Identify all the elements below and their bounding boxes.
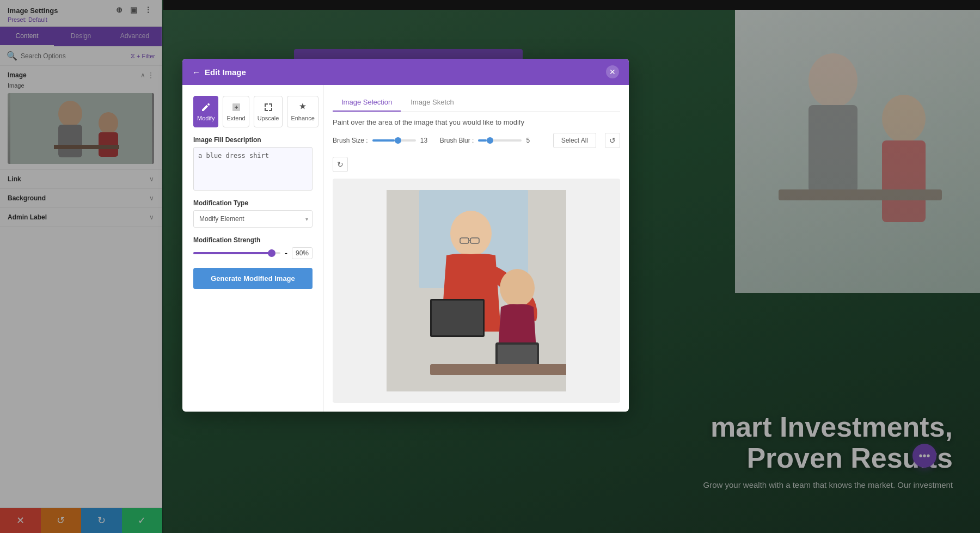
- canvas-undo-button[interactable]: ↺: [605, 133, 620, 148]
- modification-strength-group: Modification Strength - 90%: [193, 236, 313, 259]
- svg-rect-22: [498, 345, 537, 367]
- generate-modified-image-button[interactable]: Generate Modified Image: [193, 268, 313, 289]
- brush-blur-value: 5: [526, 137, 537, 144]
- upscale-icon: [263, 102, 274, 113]
- modal-tabs: Image Selection Image Sketch: [333, 94, 620, 112]
- upscale-tool-button[interactable]: Upscale: [254, 96, 283, 127]
- strength-slider[interactable]: [193, 252, 280, 254]
- canvas-redo-button[interactable]: ↻: [333, 157, 348, 172]
- modal-title: Edit Image: [205, 68, 246, 77]
- modification-type-label: Modification Type: [193, 199, 313, 207]
- paint-instruction: Paint over the area of the image that yo…: [333, 118, 620, 126]
- canvas-redo-icon: ↻: [337, 160, 344, 169]
- strength-slider-thumb: [268, 249, 275, 257]
- brush-size-group: Brush Size : 13: [333, 137, 431, 144]
- extend-icon: [231, 102, 242, 113]
- image-fill-label: Image Fill Description: [193, 136, 313, 144]
- brush-blur-fill: [478, 139, 487, 142]
- brush-controls: Brush Size : 13 Brush Blur : 5: [333, 133, 620, 172]
- modal-header-left: ← Edit Image: [192, 68, 246, 77]
- modal-header: ← Edit Image ✕: [182, 59, 629, 85]
- strength-slider-fill: [193, 252, 272, 254]
- tab-image-selection[interactable]: Image Selection: [333, 94, 401, 112]
- modal-left-panel: Modify Extend Upscale: [182, 85, 324, 412]
- strength-row: - 90%: [193, 247, 313, 259]
- modification-type-group: Modification Type Modify Element Replace…: [193, 199, 313, 228]
- enhance-tool-button[interactable]: Enhance: [287, 96, 318, 127]
- enhance-label: Enhance: [291, 115, 314, 121]
- canvas-area[interactable]: [333, 179, 620, 403]
- strength-value: 90%: [292, 247, 313, 259]
- upscale-label: Upscale: [258, 115, 279, 121]
- canvas-svg: [387, 190, 566, 391]
- image-fill-group: Image Fill Description a blue dress shir…: [193, 136, 313, 191]
- modification-type-select[interactable]: Modify Element Replace Element Remove El…: [193, 210, 313, 228]
- svg-rect-25: [432, 301, 483, 335]
- brush-size-fill: [372, 139, 395, 142]
- svg-rect-23: [430, 364, 566, 375]
- extend-label: Extend: [226, 115, 245, 121]
- modification-type-select-wrapper: Modify Element Replace Element Remove El…: [193, 210, 313, 228]
- tab-image-sketch[interactable]: Image Sketch: [402, 94, 463, 112]
- enhance-icon: [297, 102, 308, 113]
- canvas-undo-icon: ↺: [609, 136, 616, 145]
- brush-size-slider[interactable]: [372, 139, 416, 142]
- edit-image-modal: ← Edit Image ✕ Modify Ex: [182, 59, 629, 412]
- brush-size-label: Brush Size :: [333, 137, 368, 144]
- image-fill-textarea[interactable]: a blue dress shirt: [193, 147, 313, 191]
- brush-size-thumb: [395, 137, 401, 144]
- tool-buttons: Modify Extend Upscale: [193, 96, 313, 127]
- select-all-label: Select All: [561, 137, 588, 144]
- svg-point-16: [450, 211, 492, 256]
- modal-right-panel: Image Selection Image Sketch Paint over …: [324, 85, 629, 412]
- extend-tool-button[interactable]: Extend: [223, 96, 249, 127]
- modify-tool-button[interactable]: Modify: [193, 96, 218, 127]
- brush-blur-thumb: [487, 137, 493, 144]
- brush-blur-slider[interactable]: [478, 139, 522, 142]
- svg-point-20: [500, 269, 535, 307]
- modify-icon: [200, 102, 211, 113]
- brush-blur-label: Brush Blur :: [440, 137, 474, 144]
- back-icon[interactable]: ←: [192, 68, 200, 77]
- tab-image-sketch-label: Image Sketch: [411, 98, 454, 106]
- select-all-button[interactable]: Select All: [553, 133, 596, 148]
- modal-close-button[interactable]: ✕: [606, 65, 619, 78]
- brush-size-value: 13: [420, 137, 431, 144]
- tab-image-selection-label: Image Selection: [341, 98, 392, 106]
- brush-blur-group: Brush Blur : 5: [440, 137, 537, 144]
- generate-btn-label: Generate Modified Image: [211, 274, 295, 283]
- modification-strength-label: Modification Strength: [193, 236, 313, 244]
- modify-label: Modify: [197, 115, 215, 121]
- modal-body: Modify Extend Upscale: [182, 85, 629, 412]
